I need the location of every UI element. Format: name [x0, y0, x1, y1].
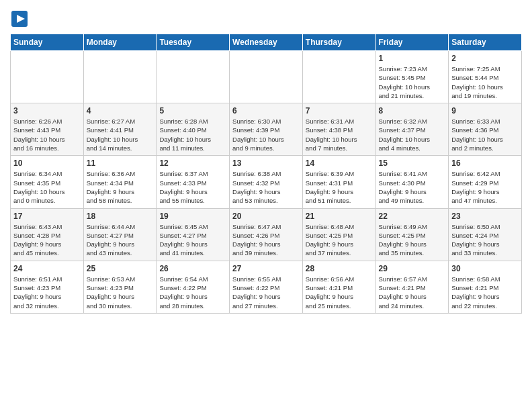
day-number: 18 — [87, 212, 154, 221]
calendar-cell: 4Sunrise: 6:27 AM Sunset: 4:41 PM Daylig… — [83, 103, 157, 156]
day-info: Sunrise: 6:39 AM Sunset: 4:31 PM Dayligh… — [306, 169, 373, 205]
weekday-header: Thursday — [302, 34, 375, 51]
day-number: 10 — [13, 158, 81, 168]
calendar-cell: 19Sunrise: 6:45 AM Sunset: 4:27 PM Dayli… — [157, 208, 230, 261]
day-info: Sunrise: 6:50 AM Sunset: 4:24 PM Dayligh… — [451, 222, 519, 258]
calendar-cell: 24Sunrise: 6:51 AM Sunset: 4:23 PM Dayli… — [11, 261, 84, 313]
calendar-cell: 7Sunrise: 6:31 AM Sunset: 4:38 PM Daylig… — [302, 103, 375, 156]
day-number: 20 — [232, 212, 300, 221]
calendar-week-row: 10Sunrise: 6:34 AM Sunset: 4:35 PM Dayli… — [11, 156, 522, 208]
day-number: 21 — [306, 212, 373, 221]
calendar-cell: 21Sunrise: 6:48 AM Sunset: 4:25 PM Dayli… — [302, 208, 375, 261]
calendar-cell: 8Sunrise: 6:32 AM Sunset: 4:37 PM Daylig… — [375, 103, 449, 156]
weekday-header: Tuesday — [157, 34, 230, 51]
weekday-header: Sunday — [11, 34, 84, 51]
day-info: Sunrise: 6:54 AM Sunset: 4:22 PM Dayligh… — [159, 275, 226, 310]
day-info: Sunrise: 7:25 AM Sunset: 5:44 PM Dayligh… — [451, 64, 519, 100]
day-number: 12 — [159, 158, 226, 168]
calendar-body: 1Sunrise: 7:23 AM Sunset: 5:45 PM Daylig… — [11, 51, 522, 314]
weekday-header: Friday — [375, 34, 449, 51]
weekday-header: Monday — [83, 34, 157, 51]
day-number: 17 — [13, 212, 81, 221]
day-number: 8 — [379, 106, 446, 116]
calendar-cell: 14Sunrise: 6:39 AM Sunset: 4:31 PM Dayli… — [302, 156, 375, 208]
calendar-cell: 11Sunrise: 6:36 AM Sunset: 4:34 PM Dayli… — [83, 156, 157, 208]
calendar-cell: 17Sunrise: 6:43 AM Sunset: 4:28 PM Dayli… — [11, 208, 84, 261]
calendar-table: SundayMondayTuesdayWednesdayThursdayFrid… — [10, 34, 522, 314]
day-info: Sunrise: 6:37 AM Sunset: 4:33 PM Dayligh… — [159, 169, 226, 205]
day-number: 5 — [159, 106, 226, 116]
calendar-cell: 9Sunrise: 6:33 AM Sunset: 4:36 PM Daylig… — [449, 103, 522, 156]
day-info: Sunrise: 6:26 AM Sunset: 4:43 PM Dayligh… — [13, 117, 81, 152]
calendar-cell: 6Sunrise: 6:30 AM Sunset: 4:39 PM Daylig… — [230, 103, 303, 156]
day-info: Sunrise: 6:45 AM Sunset: 4:27 PM Dayligh… — [159, 222, 226, 258]
day-number: 24 — [13, 264, 81, 273]
calendar-cell: 18Sunrise: 6:44 AM Sunset: 4:27 PM Dayli… — [83, 208, 157, 261]
calendar-cell: 29Sunrise: 6:57 AM Sunset: 4:21 PM Dayli… — [375, 261, 449, 313]
calendar-cell — [302, 51, 375, 103]
calendar-header: SundayMondayTuesdayWednesdayThursdayFrid… — [11, 34, 522, 51]
day-info: Sunrise: 6:56 AM Sunset: 4:21 PM Dayligh… — [306, 275, 373, 310]
calendar-cell — [230, 51, 303, 103]
day-info: Sunrise: 6:33 AM Sunset: 4:36 PM Dayligh… — [451, 117, 519, 152]
calendar-header-row: SundayMondayTuesdayWednesdayThursdayFrid… — [11, 34, 522, 51]
calendar-cell: 1Sunrise: 7:23 AM Sunset: 5:45 PM Daylig… — [375, 51, 449, 103]
day-info: Sunrise: 6:53 AM Sunset: 4:23 PM Dayligh… — [87, 275, 154, 310]
logo-icon — [10, 9, 29, 28]
day-info: Sunrise: 6:42 AM Sunset: 4:29 PM Dayligh… — [451, 169, 519, 205]
day-info: Sunrise: 6:41 AM Sunset: 4:30 PM Dayligh… — [379, 169, 446, 205]
day-info: Sunrise: 6:43 AM Sunset: 4:28 PM Dayligh… — [13, 222, 81, 258]
day-info: Sunrise: 6:57 AM Sunset: 4:21 PM Dayligh… — [379, 275, 446, 310]
calendar-cell: 16Sunrise: 6:42 AM Sunset: 4:29 PM Dayli… — [449, 156, 522, 208]
day-info: Sunrise: 6:47 AM Sunset: 4:26 PM Dayligh… — [232, 222, 300, 258]
day-number: 3 — [13, 106, 81, 116]
day-number: 22 — [379, 212, 446, 221]
calendar-cell: 28Sunrise: 6:56 AM Sunset: 4:21 PM Dayli… — [302, 261, 375, 313]
calendar-cell — [11, 51, 84, 103]
day-number: 14 — [306, 158, 373, 168]
calendar-cell: 15Sunrise: 6:41 AM Sunset: 4:30 PM Dayli… — [375, 156, 449, 208]
day-number: 26 — [159, 264, 226, 273]
page-header — [10, 7, 522, 28]
day-info: Sunrise: 6:51 AM Sunset: 4:23 PM Dayligh… — [13, 275, 81, 310]
calendar-cell: 10Sunrise: 6:34 AM Sunset: 4:35 PM Dayli… — [11, 156, 84, 208]
day-info: Sunrise: 6:55 AM Sunset: 4:22 PM Dayligh… — [232, 275, 300, 310]
calendar-cell: 30Sunrise: 6:58 AM Sunset: 4:21 PM Dayli… — [449, 261, 522, 313]
day-info: Sunrise: 6:49 AM Sunset: 4:25 PM Dayligh… — [379, 222, 446, 258]
day-info: Sunrise: 7:23 AM Sunset: 5:45 PM Dayligh… — [379, 64, 446, 100]
day-number: 13 — [232, 158, 300, 168]
calendar-cell: 5Sunrise: 6:28 AM Sunset: 4:40 PM Daylig… — [157, 103, 230, 156]
calendar-week-row: 1Sunrise: 7:23 AM Sunset: 5:45 PM Daylig… — [11, 51, 522, 103]
day-number: 27 — [232, 264, 300, 273]
calendar-cell — [83, 51, 157, 103]
day-number: 1 — [379, 54, 446, 63]
calendar-cell: 25Sunrise: 6:53 AM Sunset: 4:23 PM Dayli… — [83, 261, 157, 313]
day-number: 19 — [159, 212, 226, 221]
calendar-cell: 3Sunrise: 6:26 AM Sunset: 4:43 PM Daylig… — [11, 103, 84, 156]
day-number: 25 — [87, 264, 154, 273]
day-number: 2 — [451, 54, 519, 63]
calendar-cell: 2Sunrise: 7:25 AM Sunset: 5:44 PM Daylig… — [449, 51, 522, 103]
day-number: 23 — [451, 212, 519, 221]
day-number: 9 — [451, 106, 519, 116]
day-number: 30 — [451, 264, 519, 273]
day-info: Sunrise: 6:34 AM Sunset: 4:35 PM Dayligh… — [13, 169, 81, 205]
day-number: 16 — [451, 158, 519, 168]
day-info: Sunrise: 6:58 AM Sunset: 4:21 PM Dayligh… — [451, 275, 519, 310]
calendar-cell — [157, 51, 230, 103]
calendar-cell: 13Sunrise: 6:38 AM Sunset: 4:32 PM Dayli… — [230, 156, 303, 208]
calendar-cell: 27Sunrise: 6:55 AM Sunset: 4:22 PM Dayli… — [230, 261, 303, 313]
calendar-cell: 23Sunrise: 6:50 AM Sunset: 4:24 PM Dayli… — [449, 208, 522, 261]
weekday-header: Saturday — [449, 34, 522, 51]
day-number: 28 — [306, 264, 373, 273]
day-info: Sunrise: 6:31 AM Sunset: 4:38 PM Dayligh… — [306, 117, 373, 152]
day-number: 29 — [379, 264, 446, 273]
day-info: Sunrise: 6:28 AM Sunset: 4:40 PM Dayligh… — [159, 117, 226, 152]
day-info: Sunrise: 6:32 AM Sunset: 4:37 PM Dayligh… — [379, 117, 446, 152]
day-info: Sunrise: 6:36 AM Sunset: 4:34 PM Dayligh… — [87, 169, 154, 205]
calendar-cell: 26Sunrise: 6:54 AM Sunset: 4:22 PM Dayli… — [157, 261, 230, 313]
weekday-header: Wednesday — [230, 34, 303, 51]
day-number: 11 — [87, 158, 154, 168]
day-number: 6 — [232, 106, 300, 116]
calendar-cell: 20Sunrise: 6:47 AM Sunset: 4:26 PM Dayli… — [230, 208, 303, 261]
